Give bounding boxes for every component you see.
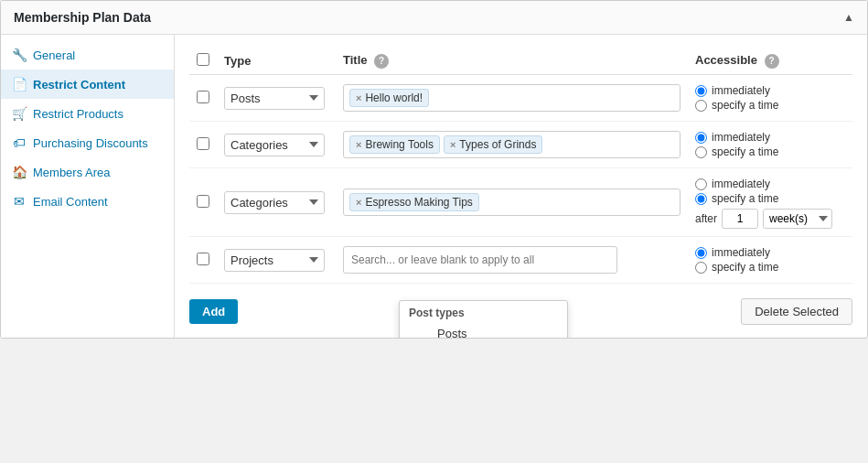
panel-toggle-icon[interactable]: ▲ [843,11,854,24]
row4-type-select[interactable]: Projects Posts Categories [224,249,325,272]
row3-type-select[interactable]: Posts Pages Categories [224,191,325,214]
sidebar-label-restrict-content: Restrict Content [33,78,125,92]
row4-immediately-radio[interactable] [695,247,707,259]
row3-specify-radio[interactable] [695,193,707,205]
add-button[interactable]: Add [189,299,238,324]
panel-title: Membership Plan Data [14,10,151,25]
sidebar: 🔧 General 📄 Restrict Content 🛒 Restrict … [1,35,175,338]
panel-header: Membership Plan Data ▲ [1,1,867,35]
dropdown-group-post-types: Post types [400,301,567,322]
row3-title-field: × Espresso Making Tips [343,188,680,216]
row2-checkbox[interactable] [197,137,209,150]
type-dropdown-menu: Post types Posts Pages ✓ Projects Taxono… [399,300,568,339]
th-check [189,48,217,75]
row4-checkbox[interactable] [197,253,209,265]
sidebar-label-purchasing-discounts: Purchasing Discounts [33,136,148,150]
email-icon: ✉ [12,194,27,209]
sidebar-item-restrict-products[interactable]: 🛒 Restrict Products [1,99,174,128]
row1-check-cell [189,75,217,122]
row3-checkbox[interactable] [197,195,209,208]
wrench-icon: 🔧 [12,48,27,62]
row4-type-cell: Projects Posts Categories [217,237,336,284]
accessible-help-icon[interactable]: ? [765,54,779,69]
row1-immediately-row: immediately [695,84,845,97]
table-row: Posts Pages Categories × Espresso Making… [189,168,852,237]
th-title: Title ? [336,48,688,75]
row4-search-input[interactable] [343,246,617,274]
row1-type-cell: Posts Pages Categories [217,75,336,122]
row3-after-input[interactable] [722,209,758,229]
row1-accessible-cell: immediately specify a time [688,75,852,122]
content-table: Type Title ? Accessible ? [189,48,852,284]
cart-icon: 🛒 [12,106,27,121]
row4-title-cell [336,237,688,284]
row3-specify-row: specify a time [695,192,845,205]
home-icon: 🏠 [12,165,27,179]
row1-immediately-radio[interactable] [695,85,707,97]
membership-plan-panel: Membership Plan Data ▲ 🔧 General 📄 Restr… [0,0,868,339]
sidebar-item-purchasing-discounts[interactable]: 🏷 Purchasing Discounts [1,128,174,157]
table-row: Projects Posts Categories immediately [189,237,852,284]
tag-icon: 🏷 [12,135,27,150]
row1-title-field: × Hello world! [343,84,680,112]
table-row: Posts Pages Categories × Hello world! [189,75,852,122]
th-accessible: Accessible ? [688,48,852,75]
main-content: Type Title ? Accessible ? [175,35,867,338]
check-posts [420,328,433,339]
row2-immediately-radio[interactable] [695,132,707,144]
row4-accessible-cell: immediately specify a time [688,237,852,284]
panel-body: 🔧 General 📄 Restrict Content 🛒 Restrict … [1,35,867,338]
sidebar-label-email-content: Email Content [33,195,108,209]
row2-immediately-row: immediately [695,131,845,144]
row3-unit-select[interactable]: week(s) day(s) month(s) [763,209,832,229]
row2-tag-1: × Brewing Tools [349,135,440,154]
row1-title-cell: × Hello world! [336,75,688,122]
row2-tag-2-remove[interactable]: × [450,139,455,150]
row2-tag-1-remove[interactable]: × [356,139,361,150]
row2-tag-2: × Types of Grinds [444,135,542,154]
sidebar-item-members-area[interactable]: 🏠 Members Area [1,157,174,187]
title-help-icon[interactable]: ? [374,54,389,69]
table-row: Posts Pages Categories × Brewing Tools [189,122,852,168]
sidebar-item-general[interactable]: 🔧 General [1,40,174,70]
row3-check-cell [189,168,217,237]
dropdown-item-posts[interactable]: Posts [400,322,567,339]
row1-specify-radio[interactable] [695,100,707,112]
row2-specify-row: specify a time [695,145,845,158]
sidebar-item-restrict-content[interactable]: 📄 Restrict Content [1,70,174,99]
row3-immediately-radio[interactable] [695,178,707,190]
row1-checkbox[interactable] [197,91,209,103]
row2-title-field: × Brewing Tools × Types of Grinds [343,131,680,158]
row2-specify-radio[interactable] [695,146,707,158]
sidebar-item-email-content[interactable]: ✉ Email Content [1,187,174,216]
row2-accessible-cell: immediately specify a time [688,122,852,168]
row2-title-cell: × Brewing Tools × Types of Grinds [336,122,688,168]
delete-selected-button[interactable]: Delete Selected [741,298,852,325]
row1-tag-1: × Hello world! [349,89,429,107]
row4-immediately-row: immediately [695,246,845,259]
sidebar-label-members-area: Members Area [33,166,111,179]
th-type: Type [217,48,336,75]
row1-specify-row: specify a time [695,99,845,112]
row4-specify-radio[interactable] [695,262,707,274]
row3-accessible-cell: immediately specify a time after week(s [688,168,852,237]
row1-tag-1-remove[interactable]: × [356,92,361,103]
row1-type-select[interactable]: Posts Pages Categories [224,87,325,110]
sidebar-label-restrict-products: Restrict Products [33,107,123,121]
row3-after-row: after week(s) day(s) month(s) [695,209,845,229]
row3-tag-1: × Espresso Making Tips [349,193,479,211]
row3-tag-1-remove[interactable]: × [356,197,361,208]
row2-type-cell: Posts Pages Categories [217,122,336,168]
row3-title-cell: × Espresso Making Tips [336,168,688,237]
select-all-checkbox[interactable] [197,53,209,66]
document-icon: 📄 [12,77,27,92]
row2-type-select[interactable]: Posts Pages Categories [224,134,325,156]
row2-check-cell [189,122,217,168]
row4-specify-row: specify a time [695,261,845,274]
row3-type-cell: Posts Pages Categories [217,168,336,237]
row4-check-cell [189,237,217,284]
sidebar-label-general: General [33,48,75,62]
row3-immediately-row: immediately [695,178,845,190]
